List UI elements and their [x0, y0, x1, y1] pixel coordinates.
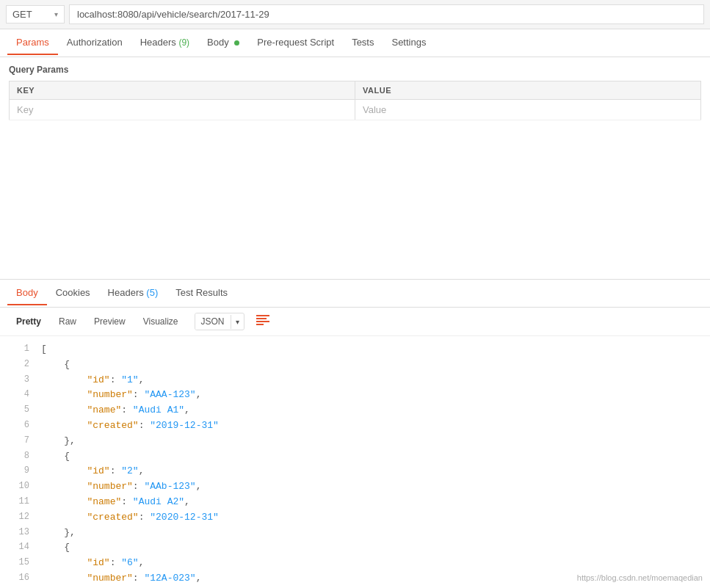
method-select[interactable]: GET ▾: [6, 5, 65, 23]
response-tabs: Body Cookies Headers (5) Test Results: [0, 280, 710, 308]
tab-params[interactable]: Params: [7, 31, 58, 55]
json-content-2: {: [41, 357, 703, 373]
json-content-14: {: [41, 540, 703, 556]
json-content-10: "number": "AAb-123",: [41, 479, 703, 495]
json-content-13: },: [41, 526, 703, 541]
json-line-4: 4 "number": "AAA-123",: [0, 388, 710, 403]
line-num-9: 9: [7, 464, 29, 478]
tab-prerequest[interactable]: Pre-request Script: [248, 31, 343, 55]
line-num-11: 11: [7, 495, 29, 509]
format-preview-btn[interactable]: Preview: [87, 313, 133, 330]
json-line-5: 5 "name": "Audi A1",: [0, 403, 710, 418]
json-line-15: 15 "id": "6",: [0, 556, 710, 571]
line-num-5: 5: [7, 403, 29, 417]
svg-rect-3: [256, 324, 264, 325]
line-num-1: 1: [7, 342, 29, 356]
format-pretty-btn[interactable]: Pretty: [9, 313, 48, 330]
tab-tests[interactable]: Tests: [343, 31, 383, 55]
json-line-3: 3 "id": "1",: [0, 373, 710, 388]
json-line-6: 6 "created": "2019-12-31": [0, 418, 710, 434]
json-content-9: "id": "2",: [41, 464, 703, 479]
json-content-7: },: [41, 434, 703, 449]
tab-body[interactable]: Body: [198, 31, 248, 55]
line-num-8: 8: [7, 449, 29, 463]
json-line-10: 10 "number": "AAb-123",: [0, 479, 710, 495]
json-content-11: "name": "Audi A2",: [41, 495, 703, 510]
response-headers-badge: (5): [146, 287, 158, 298]
line-num-15: 15: [7, 556, 29, 570]
json-line-13: 13 },: [0, 526, 710, 541]
tab-authorization[interactable]: Authorization: [58, 31, 131, 55]
headers-badge: (9): [178, 37, 189, 48]
body-dot: [234, 40, 239, 46]
tab-headers[interactable]: Headers (9): [131, 31, 198, 55]
response-tab-headers[interactable]: Headers (5): [99, 281, 167, 305]
line-num-2: 2: [7, 357, 29, 371]
format-visualize-btn[interactable]: Visualize: [136, 313, 186, 330]
line-num-16: 16: [7, 571, 29, 585]
format-toolbar: Pretty Raw Preview Visualize JSON ▾: [0, 308, 710, 336]
line-num-3: 3: [7, 373, 29, 387]
json-content-5: "name": "Audi A1",: [41, 403, 703, 418]
key-placeholder: Key: [17, 104, 33, 115]
method-label: GET: [12, 9, 32, 20]
watermark: https://blog.csdn.net/moemaqedian: [577, 573, 703, 582]
params-table: KEY VALUE Key Value: [9, 81, 701, 120]
key-header: KEY: [10, 81, 355, 100]
line-num-7: 7: [7, 434, 29, 448]
json-line-12: 12 "created": "2020-12-31": [0, 510, 710, 526]
svg-rect-0: [256, 315, 269, 316]
svg-rect-1: [256, 318, 267, 319]
tab-settings[interactable]: Settings: [383, 31, 435, 55]
request-tabs: Params Authorization Headers (9) Body Pr…: [0, 29, 710, 57]
json-line-7: 7 },: [0, 434, 710, 449]
section-title: Query Params: [9, 65, 701, 75]
format-select-group[interactable]: JSON ▾: [195, 313, 244, 330]
json-content-8: {: [41, 449, 703, 465]
response-area: Body Cookies Headers (5) Test Results Pr…: [0, 280, 710, 588]
json-content-6: "created": "2019-12-31": [41, 418, 703, 434]
method-arrow: ▾: [54, 10, 58, 18]
line-num-14: 14: [7, 540, 29, 554]
line-num-10: 10: [7, 479, 29, 493]
format-select-label: JSON: [195, 313, 231, 330]
format-select-arrow[interactable]: ▾: [231, 315, 244, 329]
wrap-button[interactable]: [252, 312, 274, 331]
json-line-14: 14 {: [0, 540, 710, 556]
response-tab-cookies[interactable]: Cookies: [47, 281, 99, 305]
json-line-11: 11 "name": "Audi A2",: [0, 495, 710, 510]
json-content-15: "id": "6",: [41, 556, 703, 571]
json-content-1: [: [41, 342, 703, 357]
key-input-cell[interactable]: Key: [10, 100, 355, 120]
line-num-13: 13: [7, 526, 29, 540]
json-line-2: 2 {: [0, 357, 710, 373]
line-num-6: 6: [7, 418, 29, 432]
json-viewer: 1 [ 2 { 3 "id": "1", 4 "number": "AAA-12…: [0, 336, 710, 588]
value-placeholder: Value: [363, 104, 386, 115]
wrap-icon: [256, 315, 269, 325]
json-line-9: 9 "id": "2",: [0, 464, 710, 479]
query-params-section: Query Params KEY VALUE Key Value: [0, 57, 710, 120]
json-content-12: "created": "2020-12-31": [41, 510, 703, 526]
json-content-4: "number": "AAA-123",: [41, 388, 703, 403]
line-num-4: 4: [7, 388, 29, 402]
svg-rect-2: [256, 321, 269, 322]
request-upper: Params Authorization Headers (9) Body Pr…: [0, 29, 710, 279]
json-line-8: 8 {: [0, 449, 710, 465]
json-line-1: 1 [: [0, 342, 710, 357]
value-input-cell[interactable]: Value: [355, 100, 701, 120]
line-num-12: 12: [7, 510, 29, 524]
url-bar: GET ▾: [0, 0, 710, 29]
value-header: VALUE: [355, 81, 701, 100]
format-raw-btn[interactable]: Raw: [51, 313, 84, 330]
response-tab-testresults[interactable]: Test Results: [167, 281, 236, 305]
url-input[interactable]: [69, 4, 704, 24]
table-row: Key Value: [10, 100, 701, 120]
json-content-3: "id": "1",: [41, 373, 703, 388]
response-tab-body[interactable]: Body: [7, 281, 47, 305]
